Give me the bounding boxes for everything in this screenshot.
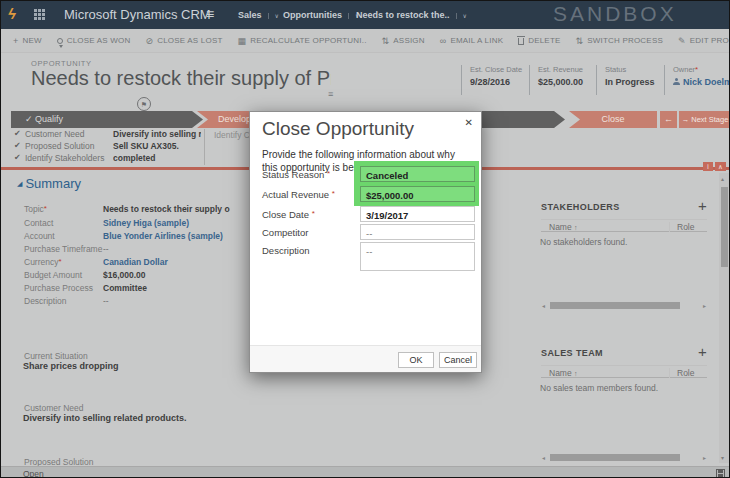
breadcrumb-sales[interactable]: Sales∨ [238,10,279,20]
summary-row-budget-amount: Budget Amount $16,000.00 [24,270,248,283]
field-value-link[interactable]: Blue Yonder Airlines (sample) [103,231,248,241]
info-badge[interactable]: i [703,162,713,171]
stage-close[interactable]: Close [569,111,657,128]
button-label: SWITCH PROCESS [587,36,663,45]
stage-check-icon: ✓ [25,114,33,124]
stakeholders-hscrollbar[interactable]: ◂ ▸ [541,301,707,310]
competitor-input[interactable]: -- [360,224,475,240]
field-value[interactable]: -- [103,296,248,306]
check-icon: ✔ [14,153,21,162]
edit-process-button[interactable]: ✎EDIT PROCESS [678,36,730,46]
previous-stage-button[interactable]: ← [660,111,677,128]
scroll-thumb[interactable] [550,302,680,309]
close-date-input[interactable]: 3/19/2017 [360,206,475,222]
field-value: Nick Doelman [673,77,730,87]
switch-process-button[interactable]: ⇅SWITCH PROCESS [576,36,663,46]
cancel-button[interactable]: Cancel [439,352,477,368]
assign-button[interactable]: ⇅ASSIGN [382,36,425,46]
summary-section-header[interactable]: ◢Summary [17,176,81,191]
dynamics-bolt-icon[interactable]: ϟ [8,5,16,22]
close-as-won-button[interactable]: CLOSE AS WON [57,36,131,45]
header-field-est-revenue: Est. Revenue $25,000.00 [529,65,595,95]
scroll-up-icon[interactable]: ▴ [721,175,724,182]
recalculate-opportunity-button[interactable]: ▦RECALCULATE OPPORTUNI.. [238,36,367,46]
field-label: Est. Close Date [470,65,527,74]
chevron-down-icon[interactable]: ∨ [268,13,279,19]
field-value-link[interactable]: Canadian Dollar [103,257,248,267]
scroll-thumb[interactable] [550,454,680,461]
add-sales-team-button[interactable]: + [698,343,707,360]
scroll-left-icon[interactable]: ◂ [542,454,545,461]
header-field-owner: Owner* Nick Doelman [664,65,730,95]
required-asterisk: * [332,189,335,198]
scroll-right-icon[interactable]: ▸ [703,302,706,309]
button-label: CLOSE AS LOST [157,36,222,45]
field-value[interactable]: Committee [103,283,248,293]
form-selector-icon[interactable]: ≡ [328,89,333,99]
step-value[interactable]: completed [113,153,201,163]
breadcrumb-label: Needs to restock the.. [356,10,450,20]
dialog-close-icon[interactable]: ✕ [465,117,473,128]
stage-qualify[interactable]: ✓ Qualify [11,111,203,128]
scroll-left-icon[interactable]: ◂ [542,302,545,309]
app-launcher-icon[interactable] [34,9,46,21]
chevron-down-icon[interactable]: ∨ [456,13,467,19]
breadcrumb-label: Opportunities [283,10,342,20]
hamburger-menu-icon[interactable]: ≡ [206,6,214,22]
close-as-lost-button[interactable]: ⊘CLOSE AS LOST [145,36,222,46]
link-icon: ∞ [440,36,447,46]
field-value[interactable]: $25,000.00 [538,77,595,87]
customer-need-value[interactable]: Diversify into selling related products. [23,413,187,423]
actual-revenue-input[interactable]: $25,000.00 [360,186,475,202]
field-value-link[interactable]: Sidney Higa (sample) [103,218,248,228]
calculator-icon: ▦ [238,36,247,46]
checklist-row: ✔ Identify Stakeholders completed [1,153,251,165]
button-label: DELETE [528,36,560,45]
active-stage-flag-icon: ⚑ [137,97,151,111]
scroll-down-icon[interactable]: ▾ [721,454,724,461]
step-value[interactable]: Sell SKU AX305. [113,141,201,151]
email-a-link-button[interactable]: ∞EMAIL A LINK [440,36,503,46]
field-value[interactable]: $16,000.00 [103,270,248,280]
page-vscrollbar[interactable]: ▴ ▾ [719,173,730,463]
step-label: Proposed Solution [25,141,94,151]
delete-button[interactable]: DELETE [518,36,560,45]
field-label: Currency* [24,257,62,267]
required-asterisk: * [695,65,698,74]
breadcrumb-opportunities[interactable]: Opportunities∨ [283,10,359,20]
save-icon[interactable] [716,469,725,478]
field-label: Owner* [673,65,730,74]
summary-row-purchase-timeframe: Purchase Timeframe -- [24,244,248,257]
header-field-est-close-date: Est. Close Date 9/28/2016 [461,65,527,95]
current-situation-value[interactable]: Share prices dropping [23,361,119,371]
app-title[interactable]: Microsoft Dynamics CRM [64,7,211,22]
breadcrumb-record[interactable]: Needs to restock the..∨ [356,10,467,20]
field-value[interactable]: Needs to restock their supply o [103,204,248,214]
add-stakeholder-button[interactable]: + [698,197,707,214]
header-field-status: Status In Progress [596,65,662,95]
sales-team-hscrollbar[interactable]: ◂ ▸ [541,453,707,462]
field-value[interactable]: 9/28/2016 [470,77,527,87]
trash-icon [518,38,524,45]
step-value[interactable]: Diversify into selling rela [113,129,201,139]
breadcrumb-label: Sales [238,10,262,20]
column-name[interactable]: Name ↑ [549,368,578,378]
scroll-thumb[interactable] [721,187,728,267]
next-stage-button[interactable]: → Next Stage [679,111,730,128]
scroll-right-icon[interactable]: ▸ [703,454,706,461]
status-reason-input[interactable]: Canceled [360,166,475,182]
collapse-process-button[interactable]: ∧ [715,162,726,171]
column-role[interactable]: Role [669,368,694,378]
record-status: Open [23,469,44,478]
field-value: In Progress [605,77,662,87]
column-name[interactable]: Name ↑ [549,222,578,232]
sales-team-grid-header: Name ↑ Role [541,365,707,378]
dialog-footer: OK Cancel [250,345,481,372]
new-button[interactable]: +NEW [13,36,42,46]
description-textarea[interactable]: -- [360,242,475,271]
summary-row-purchase-process: Purchase Process Committee [24,283,248,296]
ok-button[interactable]: OK [398,352,434,368]
owner-link[interactable]: Nick Doelman [683,77,730,87]
field-value[interactable]: -- [103,244,248,254]
column-role[interactable]: Role [669,222,694,232]
